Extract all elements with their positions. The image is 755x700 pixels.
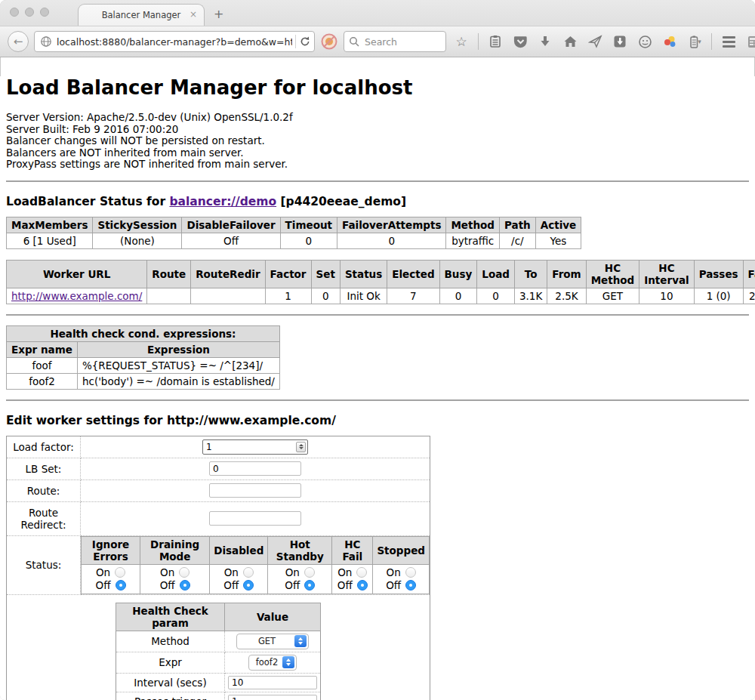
column-header: From [547, 260, 586, 288]
reload-icon[interactable] [299, 35, 311, 48]
column-header: Draining Mode [140, 536, 210, 564]
pocket-button[interactable] [510, 32, 530, 51]
back-button[interactable]: ← [8, 31, 29, 52]
home-button[interactable] [560, 32, 580, 51]
cell-to: 3.1K [514, 288, 547, 304]
close-window-button[interactable] [10, 8, 19, 17]
paper-plane-icon [588, 35, 602, 48]
bookmark-button[interactable]: ☆ [451, 32, 471, 51]
cell-route [147, 288, 191, 304]
status-header-row: Ignore Errors Draining Mode Disabled Hot… [82, 536, 430, 564]
cell-maxmembers: 6 [1 Used] [7, 233, 93, 248]
method-select[interactable]: GET [236, 634, 309, 649]
lb-set-input[interactable] [209, 461, 301, 476]
passes-input[interactable] [228, 695, 317, 700]
column-header: RouteRedir [191, 260, 265, 288]
url-text[interactable]: localhost:8880/balancer-manager?b=demo&w… [57, 36, 292, 48]
column-header: Path [500, 217, 536, 233]
column-header: StickySession [93, 217, 182, 233]
new-tab-button[interactable]: + [214, 7, 223, 21]
url-bar[interactable]: localhost:8880/balancer-manager?b=demo&w… [34, 31, 315, 52]
toolbar-divider [478, 33, 479, 50]
stopped-off-radio[interactable] [405, 580, 416, 591]
form-row-status: Status: Ignore Errors Draining Mode Disa… [7, 535, 430, 594]
cell-expr-name: foof2 [7, 373, 78, 389]
column-header: Health Check param [116, 603, 225, 631]
tab-close-icon[interactable]: × [190, 9, 197, 20]
table-header-row: MaxMembers StickySession DisableFailover… [7, 217, 581, 233]
status-radio-row: On Off On Off On Off [82, 564, 430, 594]
toolbar-divider [711, 33, 712, 50]
stopped-on-radio[interactable] [405, 567, 416, 578]
hot-standby-off-radio[interactable] [304, 580, 315, 591]
star-icon: ☆ [455, 35, 467, 48]
cell-passes: 1 (0) [694, 288, 743, 304]
cell-routeredir [191, 288, 265, 304]
balancer-demo-link[interactable]: balancer://demo [169, 195, 276, 208]
worker-status-table: Worker URL Route RouteRedir Factor Set S… [6, 260, 755, 304]
table-row: 6 [1 Used] (None) Off 0 0 bytraffic /c/ … [7, 233, 581, 248]
hc-fail-on-radio[interactable] [356, 567, 367, 578]
sidebar-button[interactable] [485, 32, 505, 51]
off-label: Off [285, 579, 300, 591]
minimize-window-button[interactable] [25, 8, 34, 17]
column-header: Elected [387, 260, 439, 288]
tab-balancer-manager[interactable]: Balancer Manager × [78, 4, 205, 26]
smiley-icon [638, 35, 652, 49]
ignore-errors-on-radio[interactable] [115, 567, 125, 578]
cell-method: bytraffic [446, 233, 500, 248]
column-header: Value [225, 603, 321, 631]
server-version-line: Server Version: Apache/2.5.0-dev (Unix) … [6, 112, 749, 124]
content-blocker-icon[interactable] [320, 32, 338, 51]
column-header: Fails [743, 260, 755, 288]
download-helper-button[interactable] [610, 32, 630, 51]
cell-stickysession: (None) [93, 233, 182, 248]
page-content: Load Balancer Manager for localhost Serv… [0, 76, 755, 700]
form-row-route-redirect: Route Redirect: [7, 501, 430, 535]
off-label: Off [96, 579, 111, 591]
page-tools-button[interactable] [744, 32, 755, 51]
cell-disablefailover: Off [182, 233, 280, 248]
column-header: Stopped [373, 536, 430, 564]
cell-hc-interval: 10 [639, 288, 694, 304]
disabled-on-radio[interactable] [243, 567, 254, 578]
server-built-line: Server Built: Feb 9 2016 07:00:20 [6, 124, 749, 136]
menu-button[interactable] [719, 32, 738, 51]
colorful-extension-button[interactable] [660, 32, 680, 51]
search-input[interactable] [363, 35, 439, 48]
pocket-icon [513, 35, 528, 48]
interval-label: Interval (secs) [116, 673, 225, 692]
send-tab-button[interactable] [585, 32, 605, 51]
cell-expression: %{REQUEST_STATUS} =~ /^[234]/ [77, 357, 279, 373]
disabled-off-radio[interactable] [243, 580, 254, 591]
table-title: Health check cond. expressions: [7, 325, 280, 341]
form-row-route: Route: [7, 480, 430, 501]
hc-row-passes: Passes trigger [116, 692, 321, 700]
downloads-button[interactable] [535, 32, 555, 51]
route-input[interactable] [209, 483, 301, 498]
draining-mode-off-radio[interactable] [180, 580, 190, 591]
hot-standby-on-radio[interactable] [304, 567, 315, 578]
chat-extension-button[interactable] [635, 32, 655, 51]
battery-extension-button[interactable]: ▾ [685, 32, 704, 51]
column-header: Disabled [210, 536, 268, 564]
table-row: foof %{REQUEST_STATUS} =~ /^[234]/ [7, 357, 280, 373]
draining-mode-on-radio[interactable] [179, 567, 190, 578]
worker-url-link[interactable]: http://www.example.com/ [11, 290, 142, 302]
navigation-toolbar: ← localhost:8880/balancer-manager?b=demo… [0, 26, 755, 57]
column-header: Active [535, 217, 581, 233]
expr-label: Expr [116, 652, 225, 673]
column-header: Route [147, 260, 191, 288]
hc-fail-off-radio[interactable] [357, 580, 368, 591]
column-header: DisableFailover [182, 217, 280, 233]
expr-select[interactable]: foof2 [248, 655, 297, 671]
search-bar[interactable] [344, 31, 446, 52]
status-label: Status: [7, 535, 81, 594]
number-stepper-icon[interactable] [296, 442, 306, 452]
route-redirect-input[interactable] [209, 511, 301, 526]
off-label: Off [337, 579, 353, 591]
interval-input[interactable] [228, 676, 317, 689]
zoom-window-button[interactable] [40, 8, 49, 17]
ignore-errors-off-radio[interactable] [116, 580, 126, 591]
load-factor-input[interactable] [202, 439, 308, 455]
